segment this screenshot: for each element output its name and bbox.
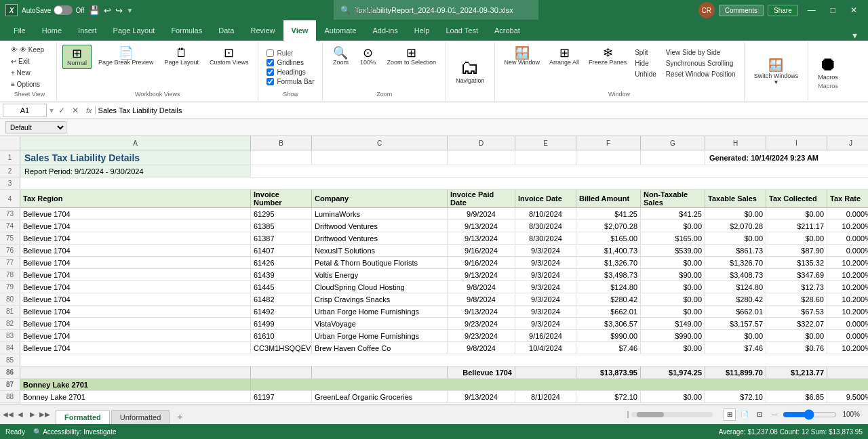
accessibility-status[interactable]: 🔍 Accessibility: Investigate: [33, 428, 117, 436]
new-sheet-btn[interactable]: + New: [8, 68, 51, 78]
table-row[interactable]: 74 Bellevue 1704 61385 Driftwood Venture…: [0, 220, 868, 232]
search-input[interactable]: [355, 6, 532, 14]
row-2: 2 Report Period: 9/1/2024 - 9/30/2024: [0, 165, 868, 177]
tab-view[interactable]: View: [283, 20, 317, 41]
view-side-btn[interactable]: View Side by Side: [663, 47, 738, 58]
tab-file[interactable]: File: [5, 20, 34, 41]
formula-check-icon[interactable]: ✓: [56, 106, 67, 115]
unhide-btn[interactable]: Unhide: [632, 69, 659, 79]
undo-icon[interactable]: ↩: [104, 5, 111, 16]
keep-btn[interactable]: 👁👁 Keep: [8, 45, 51, 55]
table-row[interactable]: 84 Bellevue 1704 CC3M1HSQQEV Brew Haven …: [0, 342, 868, 354]
view-normal-btn[interactable]: ⊞: [724, 409, 736, 421]
table-row[interactable]: 75 Bellevue 1704 61387 Driftwood Venture…: [0, 232, 868, 245]
close-button[interactable]: ✕: [845, 5, 863, 15]
tab-page-layout[interactable]: Page Layout: [105, 20, 163, 41]
search-bar[interactable]: 🔍: [334, 0, 538, 20]
tab-automate[interactable]: Automate: [316, 20, 364, 41]
reset-position-btn[interactable]: Reset Window Position: [663, 69, 738, 79]
save-icon[interactable]: 💾: [89, 5, 100, 16]
zoom-100-btn[interactable]: ⊙ 100%: [355, 45, 380, 68]
formula-fx-icon[interactable]: fx: [83, 106, 96, 114]
table-row[interactable]: 88 Bonney Lake 2701 61197 GreenLeaf Orga…: [0, 391, 868, 403]
minimize-button[interactable]: —: [802, 5, 821, 15]
options-btn[interactable]: ≡ Options: [8, 79, 51, 89]
gridlines-checkbox[interactable]: Gridlines: [267, 59, 314, 66]
autosave-toggle[interactable]: AutoSave Off: [22, 5, 85, 15]
navigation-btn[interactable]: 🗂 Navigation: [452, 56, 489, 86]
zoom-selection-btn[interactable]: ⊞ Zoom to Selection: [382, 45, 440, 68]
hide-btn[interactable]: Hide: [632, 58, 659, 68]
table-row[interactable]: 73 Bellevue 1704 61295 LuminaWorks 9/9/2…: [0, 208, 868, 220]
col-header-d[interactable]: D: [448, 136, 515, 150]
table-row[interactable]: 81 Bellevue 1704 61492 Urban Forge Home …: [0, 306, 868, 318]
tab-formulas[interactable]: Formulas: [163, 20, 210, 41]
col-header-b[interactable]: B: [251, 136, 312, 150]
freeze-panes-btn[interactable]: ❄ Freeze Panes: [585, 45, 631, 68]
tab-addins[interactable]: Add-ins: [365, 20, 406, 41]
tab-home[interactable]: Home: [34, 20, 70, 41]
col-header-h[interactable]: H: [705, 136, 766, 150]
col-header-i[interactable]: I: [766, 136, 827, 150]
next-sheet-btn[interactable]: ▶: [27, 409, 38, 420]
prev-sheet-btn2[interactable]: ◀: [15, 409, 26, 420]
col-header-f[interactable]: F: [576, 136, 641, 150]
zoom-btn[interactable]: 🔍 Zoom: [328, 45, 353, 68]
formula-cancel-icon[interactable]: ✕: [70, 106, 81, 115]
col-header-j[interactable]: J: [827, 136, 868, 150]
normal-view-btn[interactable]: ⊞ Normal: [62, 45, 92, 69]
tab-insert[interactable]: Insert: [70, 20, 105, 41]
comments-button[interactable]: Comments: [719, 5, 764, 16]
col-header-g[interactable]: G: [641, 136, 705, 150]
table-row[interactable]: 79 Bellevue 1704 61445 CloudSpring Cloud…: [0, 281, 868, 293]
table-row[interactable]: 87 Bonney Lake 2701: [0, 379, 868, 391]
col-header-e[interactable]: E: [515, 136, 576, 150]
sheet-tab-formatted[interactable]: Formatted: [56, 410, 110, 424]
table-row[interactable]: 77 Bellevue 1704 61426 Petal & Thorn Bou…: [0, 257, 868, 269]
tab-help[interactable]: Help: [406, 20, 438, 41]
redo-icon[interactable]: ↪: [115, 5, 123, 16]
status-ready: Ready: [5, 428, 25, 436]
title-cell[interactable]: Sales Tax Liability Details: [20, 150, 251, 165]
share-button[interactable]: Share: [768, 5, 798, 16]
header-tax-collected: Tax Collected: [766, 190, 827, 207]
table-row[interactable]: 86 Bellevue 1704 $13,873.95 $1,974.25 $1…: [0, 367, 868, 379]
tab-review[interactable]: Review: [242, 20, 283, 41]
table-row[interactable]: 78 Bellevue 1704 61439 Voltis Energy 9/1…: [0, 269, 868, 281]
table-row[interactable]: 82 Bellevue 1704 61499 VistaVoyage 9/23/…: [0, 318, 868, 330]
add-sheet-btn[interactable]: +: [172, 409, 187, 424]
page-break-btn[interactable]: 📄 Page Break Preview: [94, 45, 158, 68]
expand-ribbon-icon[interactable]: ▾: [847, 30, 863, 41]
table-row[interactable]: 80 Bellevue 1704 61482 Crisp Cravings Sn…: [0, 293, 868, 306]
formula-bar-checkbox[interactable]: Formula Bar: [267, 78, 314, 85]
cell-reference[interactable]: [3, 104, 47, 117]
arrange-all-btn[interactable]: ⊞ Arrange All: [545, 45, 583, 68]
page-layout-btn[interactable]: 🗒 Page Layout: [161, 45, 203, 68]
report-period-cell: Report Period: 9/1/2024 - 9/30/2024: [20, 165, 251, 177]
prev-sheet-btn[interactable]: ◀◀: [3, 409, 14, 420]
view-layout-btn[interactable]: 📄: [738, 409, 751, 421]
tab-data[interactable]: Data: [210, 20, 242, 41]
macros-btn[interactable]: ⏺ Macros: [814, 53, 842, 83]
table-row[interactable]: 85: [0, 354, 868, 367]
switch-windows-btn[interactable]: 🪟 Switch Windows ▼: [750, 56, 803, 87]
split-btn[interactable]: Split: [632, 47, 659, 58]
maximize-button[interactable]: □: [825, 5, 841, 15]
exit-btn[interactable]: ↩ Exit: [8, 56, 51, 66]
custom-views-btn[interactable]: ⊡ Custom Views: [205, 45, 252, 68]
tab-acrobat[interactable]: Acrobat: [486, 20, 528, 41]
zoom-slider[interactable]: [783, 412, 837, 417]
next-sheet-btn2[interactable]: ▶▶: [39, 409, 50, 420]
tab-loadtest[interactable]: Load Test: [437, 20, 486, 41]
headings-checkbox[interactable]: Headings: [267, 68, 314, 76]
table-row[interactable]: 83 Bellevue 1704 61610 Urban Forge Home …: [0, 330, 868, 342]
ruler-checkbox[interactable]: Ruler: [267, 49, 314, 57]
col-header-c[interactable]: C: [312, 136, 448, 150]
sheet-tab-unformatted[interactable]: Unformatted: [111, 410, 170, 424]
sync-scroll-btn[interactable]: Synchronous Scrolling: [663, 58, 738, 68]
table-row[interactable]: 76 Bellevue 1704 61407 NexusIT Solutions…: [0, 245, 868, 257]
new-window-btn[interactable]: 🪟 New Window: [500, 45, 545, 68]
view-break-btn[interactable]: ⊡: [753, 409, 766, 421]
sheet-view-select[interactable]: Default: [5, 121, 66, 133]
col-header-a[interactable]: A: [20, 136, 251, 150]
